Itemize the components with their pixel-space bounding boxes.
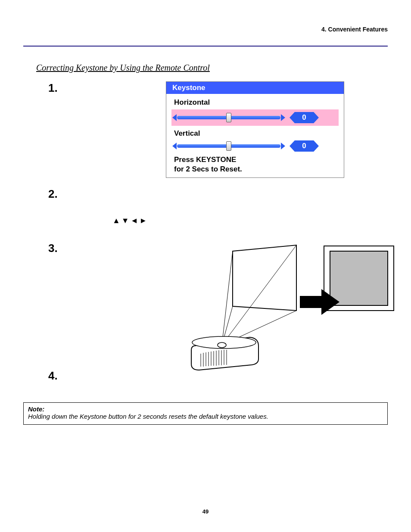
keystone-vertical-label: Vertical bbox=[174, 129, 336, 138]
step-number-4: 4. bbox=[48, 369, 69, 383]
keystone-horizontal-value-badge: 0 bbox=[290, 112, 319, 123]
keystone-dialog: Keystone Horizontal 0 bbox=[166, 81, 344, 178]
keystone-horizontal-value: 0 bbox=[295, 112, 314, 123]
keystone-reset-hint: Press KEYSTONE for 2 Secs to Reset. bbox=[174, 155, 336, 174]
slider-handle-icon[interactable] bbox=[226, 113, 231, 122]
note-box: Note: Holding down the Keystone button f… bbox=[23, 402, 388, 425]
keystone-horizontal-row[interactable]: 0 bbox=[171, 109, 339, 126]
svg-rect-1 bbox=[330, 251, 388, 305]
keystone-vertical-value: 0 bbox=[295, 140, 314, 152]
arrow-right-icon: ► bbox=[139, 216, 148, 225]
note-text: Holding down the Keystone button for 2 s… bbox=[28, 413, 383, 420]
page-number: 49 bbox=[0, 508, 411, 515]
header-section-label: 4. Convenient Features bbox=[23, 26, 388, 33]
step-number-3: 3. bbox=[48, 242, 69, 255]
arrow-down-icon: ▼ bbox=[121, 216, 131, 225]
keystone-vertical-row[interactable]: 0 bbox=[174, 140, 336, 152]
svg-line-3 bbox=[222, 251, 233, 345]
arrow-up-icon: ▲ bbox=[112, 216, 121, 225]
directional-arrows: ▲▼◄► bbox=[112, 216, 388, 225]
keystone-vertical-slider[interactable] bbox=[174, 143, 283, 149]
keystone-vertical-value-badge: 0 bbox=[290, 140, 319, 152]
projector-icon bbox=[191, 336, 258, 370]
step-number-2: 2. bbox=[48, 187, 69, 201]
slider-handle-icon[interactable] bbox=[226, 141, 231, 151]
projected-trapezoid-icon bbox=[233, 245, 296, 311]
projection-diagram bbox=[177, 243, 401, 367]
arrow-left-icon: ◄ bbox=[131, 216, 140, 225]
page-subtitle: Correcting Keystone by Using the Remote … bbox=[36, 63, 388, 73]
keystone-horizontal-label: Horizontal bbox=[174, 98, 336, 107]
svg-rect-7 bbox=[300, 296, 321, 308]
svg-marker-2 bbox=[233, 245, 296, 311]
step-number-1: 1. bbox=[48, 81, 69, 95]
keystone-dialog-title: Keystone bbox=[166, 82, 344, 94]
keystone-horizontal-slider[interactable] bbox=[174, 115, 283, 121]
header-divider bbox=[23, 46, 388, 47]
svg-point-10 bbox=[218, 342, 226, 348]
note-label: Note: bbox=[28, 405, 383, 413]
